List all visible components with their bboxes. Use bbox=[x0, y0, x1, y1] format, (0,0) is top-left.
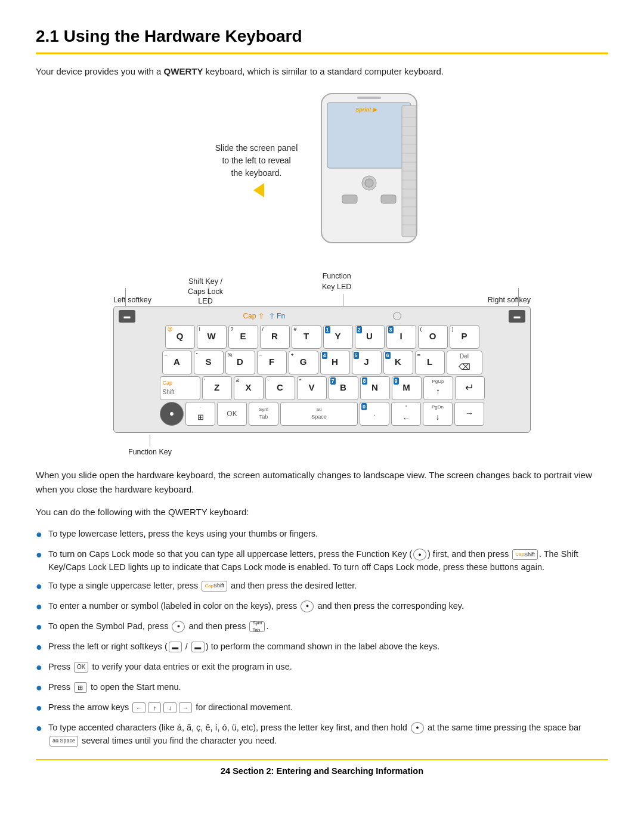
body-para-1: When you slide open the hardware keyboar… bbox=[36, 468, 608, 497]
key-pgdn[interactable]: PgDn ↓ bbox=[423, 402, 453, 426]
cap-shift-inline: CapShift bbox=[512, 549, 538, 560]
key-u[interactable]: 2 U bbox=[355, 325, 385, 349]
key-row-3: Cap Shift ' Z & X · C * V bbox=[119, 376, 525, 400]
key-function-bullet[interactable]: ● bbox=[160, 402, 184, 426]
svg-rect-3 bbox=[357, 97, 381, 99]
slide-arrow bbox=[253, 183, 264, 197]
bullet-1: ● To type lowercase letters, press the k… bbox=[36, 528, 608, 543]
key-q[interactable]: @ Q bbox=[165, 325, 195, 349]
bullet-dot-1: ● bbox=[36, 527, 42, 543]
right-softkey-key[interactable]: ▬ bbox=[509, 310, 525, 323]
key-pgup[interactable]: PgUp ↑ bbox=[423, 376, 453, 400]
bullet-2: ● To turn on Caps Lock mode so that you … bbox=[36, 548, 608, 574]
bullet-dot-7: ● bbox=[36, 659, 42, 676]
win-inline: ⊞ bbox=[74, 682, 87, 693]
key-w[interactable]: ! W bbox=[197, 325, 227, 349]
bullet-8: ● Press ⊞ to open the Start menu. bbox=[36, 681, 608, 696]
bullet-5: ● To open the Symbol Pad, press ● and th… bbox=[36, 620, 608, 635]
key-d[interactable]: % D bbox=[225, 351, 255, 374]
bullet-text-9: Press the arrow keys ←↑↓→ for directiona… bbox=[48, 701, 293, 714]
arrow-down-inline: ↓ bbox=[163, 702, 177, 713]
cap-indicator: Cap ⇧ bbox=[243, 311, 264, 321]
cap-shift-inline-2: CapShift bbox=[202, 581, 227, 592]
key-row-2: – A " S % D – F + G bbox=[119, 351, 525, 374]
bullet-dot-4: ● bbox=[36, 599, 42, 615]
bullet-text-1: To type lowercase letters, press the key… bbox=[48, 528, 318, 541]
function-key-label: Function Key bbox=[113, 435, 531, 458]
body-para-2: You can do the following with the QWERTY… bbox=[36, 505, 608, 519]
key-e[interactable]: ? E bbox=[228, 325, 258, 349]
key-cap-shift[interactable]: Cap Shift bbox=[160, 376, 200, 400]
key-r[interactable]: / R bbox=[260, 325, 290, 349]
bullet-dot-3: ● bbox=[36, 578, 42, 594]
key-i[interactable]: 3 I bbox=[386, 325, 416, 349]
function-label: FunctionKey LED bbox=[322, 271, 351, 293]
hardware-keyboard-diagram: Slide the screen panelto the left to rev… bbox=[36, 91, 608, 458]
key-apostrophe[interactable]: ' ← bbox=[391, 402, 421, 426]
key-h[interactable]: 4 H bbox=[320, 351, 350, 374]
key-ok[interactable]: OK bbox=[217, 402, 247, 426]
key-0[interactable]: 0 . bbox=[360, 402, 389, 426]
key-f[interactable]: – F bbox=[257, 351, 287, 374]
key-sym-tab[interactable]: Sym Tab bbox=[249, 402, 278, 426]
key-k[interactable]: 6 K bbox=[383, 351, 413, 374]
key-o[interactable]: ( O bbox=[418, 325, 448, 349]
key-p[interactable]: ) P bbox=[450, 325, 479, 349]
key-c[interactable]: · C bbox=[265, 376, 295, 400]
bullet-7: ● Press OK to verify your data entries o… bbox=[36, 661, 608, 676]
bullet-4: ● To enter a number or symbol (labeled i… bbox=[36, 600, 608, 615]
key-del[interactable]: Del ⌫ bbox=[447, 351, 482, 374]
key-v[interactable]: * V bbox=[297, 376, 327, 400]
keyboard-labels: Left softkey Shift Key /Caps LockLED Fun… bbox=[113, 261, 531, 306]
bullet-dot-6: ● bbox=[36, 639, 42, 655]
svg-rect-20 bbox=[342, 195, 357, 203]
footer: 24 Section 2: Entering and Searching Inf… bbox=[36, 759, 608, 778]
left-softkey-label: Left softkey bbox=[113, 295, 151, 306]
bullet-3: ● To type a single uppercase letter, pre… bbox=[36, 580, 608, 594]
ok-inline: OK bbox=[74, 662, 88, 673]
key-b[interactable]: 7 B bbox=[329, 376, 358, 400]
leader-right-softkey bbox=[518, 288, 519, 306]
key-z[interactable]: ' Z bbox=[202, 376, 232, 400]
left-softkey-inline: ▬ bbox=[169, 642, 182, 652]
slide-label: Slide the screen panelto the left to rev… bbox=[215, 142, 298, 179]
bullet-10: ● To type accented characters (like á, ã… bbox=[36, 721, 608, 748]
key-s[interactable]: " S bbox=[194, 351, 224, 374]
key-a[interactable]: – A bbox=[162, 351, 192, 374]
fn-key-inline: ● bbox=[413, 549, 426, 561]
led-circle bbox=[393, 312, 401, 320]
right-softkey-label: Right softkey bbox=[488, 295, 531, 306]
key-row-1: @ Q ! W ? E / R # T bbox=[119, 325, 525, 349]
key-row-4: ● · ⊞ OK Sym Tab aü Space 0 . bbox=[119, 402, 525, 426]
space-inline: aü Space bbox=[49, 736, 78, 747]
intro-text-after: keyboard, which is similar to a standard… bbox=[203, 66, 444, 76]
slide-section: Slide the screen panelto the left to rev… bbox=[215, 91, 429, 250]
arrow-up-inline: ↑ bbox=[148, 702, 161, 713]
sym-tab-inline: SymTab bbox=[249, 621, 265, 632]
fn-indicator: ⇧ Fn bbox=[269, 311, 285, 321]
key-x[interactable]: & X bbox=[234, 376, 264, 400]
key-j[interactable]: 5 J bbox=[352, 351, 382, 374]
key-n[interactable]: 8 N bbox=[360, 376, 390, 400]
key-g[interactable]: + G bbox=[289, 351, 318, 374]
arrow-right-inline: → bbox=[179, 702, 192, 713]
bullet-text-8: Press ⊞ to open the Start menu. bbox=[48, 681, 181, 694]
intro-text-before: Your device provides you with a bbox=[36, 66, 164, 76]
left-softkey-key[interactable]: ▬ bbox=[119, 310, 135, 323]
keyboard-diagram-container: Left softkey Shift Key /Caps LockLED Fun… bbox=[113, 261, 531, 457]
key-arrow-right[interactable]: → bbox=[454, 402, 484, 426]
key-t[interactable]: # T bbox=[292, 325, 321, 349]
key-space[interactable]: aü Space bbox=[280, 402, 358, 426]
svg-text:Sprint ▶: Sprint ▶ bbox=[356, 107, 378, 113]
leader-left-softkey bbox=[125, 288, 126, 306]
shift-caps-label: Shift Key /Caps LockLED bbox=[188, 277, 223, 306]
key-y[interactable]: 1 Y bbox=[323, 325, 353, 349]
page-title: 2.1 Using the Hardware Keyboard bbox=[36, 24, 608, 54]
key-win[interactable]: · ⊞ bbox=[185, 402, 215, 426]
key-l[interactable]: = L bbox=[415, 351, 445, 374]
bullet-text-4: To enter a number or symbol (labeled in … bbox=[48, 600, 464, 613]
bullet-text-5: To open the Symbol Pad, press ● and then… bbox=[48, 620, 269, 633]
key-enter[interactable]: ↵ bbox=[455, 376, 485, 400]
key-m[interactable]: 9 M bbox=[392, 376, 422, 400]
right-softkey-inline: ▬ bbox=[191, 642, 205, 652]
